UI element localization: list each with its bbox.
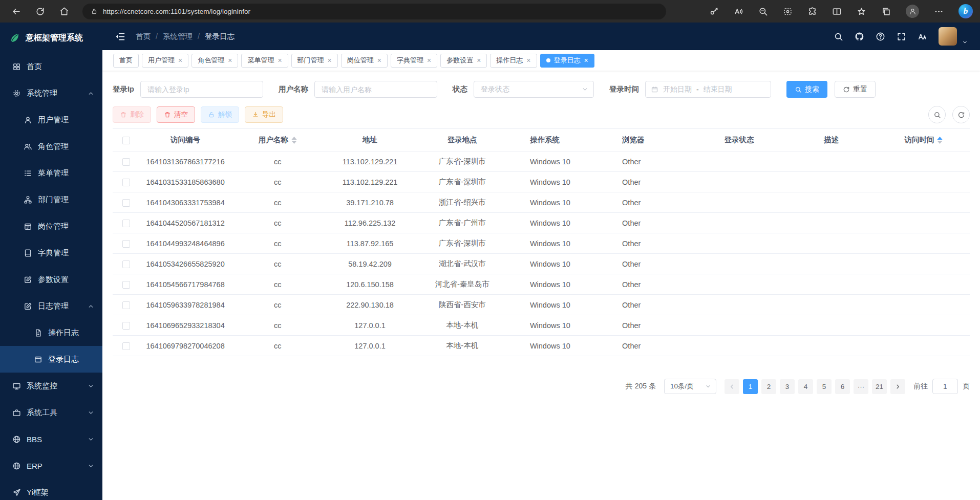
unlock-button[interactable]: 解锁 (201, 106, 239, 123)
sort-icons[interactable] (937, 137, 943, 144)
row-checkbox[interactable] (122, 199, 130, 207)
table-row[interactable]: 1641044993248464896 cc 113.87.92.165 广东省… (113, 233, 970, 254)
sidebar-item-erp[interactable]: ERP (0, 452, 102, 479)
close-icon[interactable] (477, 57, 481, 64)
tab-users[interactable]: 用户管理 (142, 54, 188, 68)
search-icon[interactable] (834, 32, 843, 41)
login-ip-input[interactable] (140, 81, 263, 98)
page-button-last[interactable]: 21 (872, 379, 887, 394)
address-bar[interactable]: https://ccnetcore.com:1101/system/log/lo… (82, 4, 666, 19)
clear-button[interactable]: 清空 (157, 106, 195, 123)
menu-fold-icon[interactable] (115, 31, 125, 42)
row-checkbox[interactable] (122, 322, 130, 330)
date-range-picker[interactable]: 开始日期 - 结束日期 (645, 81, 771, 98)
close-icon[interactable] (427, 57, 431, 64)
breadcrumb-system[interactable]: 系统管理 (163, 32, 193, 41)
help-icon[interactable] (876, 32, 885, 41)
reset-button[interactable]: 重置 (835, 81, 876, 98)
table-row[interactable]: 1641044520567181312 cc 112.96.225.132 广东… (113, 213, 970, 233)
extensions-icon[interactable] (807, 7, 817, 16)
sidebar-item-login-log[interactable]: 登录日志 (0, 346, 102, 373)
search-button[interactable]: 搜索 (786, 81, 827, 98)
password-key-icon[interactable] (709, 7, 719, 16)
sidebar-item-operation-log[interactable]: 操作日志 (0, 319, 102, 346)
page-button-4[interactable]: 4 (798, 379, 813, 394)
row-checkbox[interactable] (122, 240, 130, 248)
browser-profile-avatar[interactable] (906, 5, 919, 18)
table-row[interactable]: 1641069652933218304 cc 127.0.0.1 本地-本机 W… (113, 315, 970, 336)
sidebar-item-system-monitor[interactable]: 系统监控 (0, 373, 102, 399)
breadcrumb-home[interactable]: 首页 (136, 32, 151, 41)
row-checkbox[interactable] (122, 158, 130, 166)
sidebar-item-menu-mgmt[interactable]: 菜单管理 (0, 160, 102, 186)
browser-home-icon[interactable] (59, 7, 69, 16)
page-size-select[interactable]: 10条/页 (664, 379, 716, 394)
page-button-2[interactable]: 2 (761, 379, 776, 394)
sidebar-item-home[interactable]: 首页 (0, 53, 102, 80)
sidebar-item-yi-framework[interactable]: Yi框架 (0, 479, 102, 500)
status-select[interactable]: 登录状态 (474, 81, 594, 98)
header-username[interactable]: 用户名称 (231, 129, 324, 151)
fullscreen-icon[interactable] (897, 32, 906, 41)
zoom-out-icon[interactable] (758, 7, 768, 16)
tab-parameters[interactable]: 参数设置 (440, 54, 487, 68)
table-row[interactable]: 1641054566717984768 cc 120.6.150.158 河北省… (113, 274, 970, 295)
sidebar-item-post-mgmt[interactable]: 岗位管理 (0, 213, 102, 240)
tab-dictionaries[interactable]: 字典管理 (391, 54, 437, 68)
tab-positions[interactable]: 岗位管理 (341, 54, 388, 68)
close-icon[interactable] (278, 57, 282, 64)
table-row[interactable]: 1641031533185863680 cc 113.102.129.221 广… (113, 172, 970, 192)
page-button-5[interactable]: 5 (817, 379, 832, 394)
refresh-table-button[interactable] (952, 106, 970, 123)
favorites-icon[interactable] (857, 7, 866, 16)
table-row[interactable]: 1641031367863177216 cc 113.102.129.221 广… (113, 151, 970, 172)
sidebar-item-bbs[interactable]: BBS (0, 426, 102, 452)
header-visit-id[interactable]: 访问编号 (139, 129, 231, 151)
row-checkbox[interactable] (122, 281, 130, 289)
collections-icon[interactable] (881, 7, 891, 16)
copilot-bing-icon[interactable]: b (958, 4, 973, 18)
tab-operation-log[interactable]: 操作日志 (490, 54, 537, 68)
page-button-3[interactable]: 3 (780, 379, 795, 394)
back-icon[interactable] (11, 7, 21, 16)
close-icon[interactable] (584, 57, 588, 64)
font-size-icon[interactable] (918, 32, 927, 41)
row-checkbox[interactable] (122, 301, 130, 309)
more-pages-button[interactable]: ··· (854, 379, 868, 394)
close-icon[interactable] (526, 57, 530, 64)
page-button-1[interactable]: 1 (743, 379, 758, 394)
sidebar-item-user-mgmt[interactable]: 用户管理 (0, 106, 102, 133)
sidebar-item-dept-mgmt[interactable]: 部门管理 (0, 186, 102, 213)
select-all-checkbox[interactable] (122, 137, 130, 144)
tab-login-log[interactable]: 登录日志 (540, 54, 594, 68)
row-checkbox[interactable] (122, 342, 130, 350)
sidebar-item-system-mgmt[interactable]: 系统管理 (0, 80, 102, 106)
page-button-6[interactable]: 6 (835, 379, 850, 394)
tab-home[interactable]: 首页 (113, 54, 139, 68)
prev-page-button[interactable] (725, 379, 739, 394)
read-aloud-icon[interactable] (734, 7, 743, 16)
reload-icon[interactable] (35, 7, 45, 16)
github-icon[interactable] (855, 32, 864, 41)
tab-roles[interactable]: 角色管理 (191, 54, 238, 68)
delete-button[interactable]: 删除 (113, 106, 151, 123)
user-avatar[interactable] (939, 27, 957, 46)
sidebar-item-role-mgmt[interactable]: 角色管理 (0, 133, 102, 160)
sidebar-item-log-mgmt[interactable]: 日志管理 (0, 293, 102, 319)
sidebar-item-dict-mgmt[interactable]: 字典管理 (0, 240, 102, 266)
close-icon[interactable] (328, 57, 332, 64)
table-row[interactable]: 1641069798270046208 cc 127.0.0.1 本地-本机 W… (113, 336, 970, 356)
table-row[interactable]: 1641053426655825920 cc 58.19.42.209 湖北省-… (113, 254, 970, 274)
browser-menu-icon[interactable] (934, 7, 944, 16)
goto-page-input[interactable] (932, 379, 958, 394)
username-input[interactable] (314, 81, 437, 98)
tab-departments[interactable]: 部门管理 (291, 54, 338, 68)
close-icon[interactable] (178, 57, 182, 64)
split-screen-icon[interactable] (832, 7, 842, 16)
tab-menus[interactable]: 菜单管理 (241, 54, 288, 68)
row-checkbox[interactable] (122, 260, 130, 268)
web-capture-icon[interactable] (783, 7, 793, 16)
row-checkbox[interactable] (122, 220, 130, 227)
sort-icons[interactable] (291, 137, 297, 144)
sidebar-item-param-settings[interactable]: 参数设置 (0, 266, 102, 293)
